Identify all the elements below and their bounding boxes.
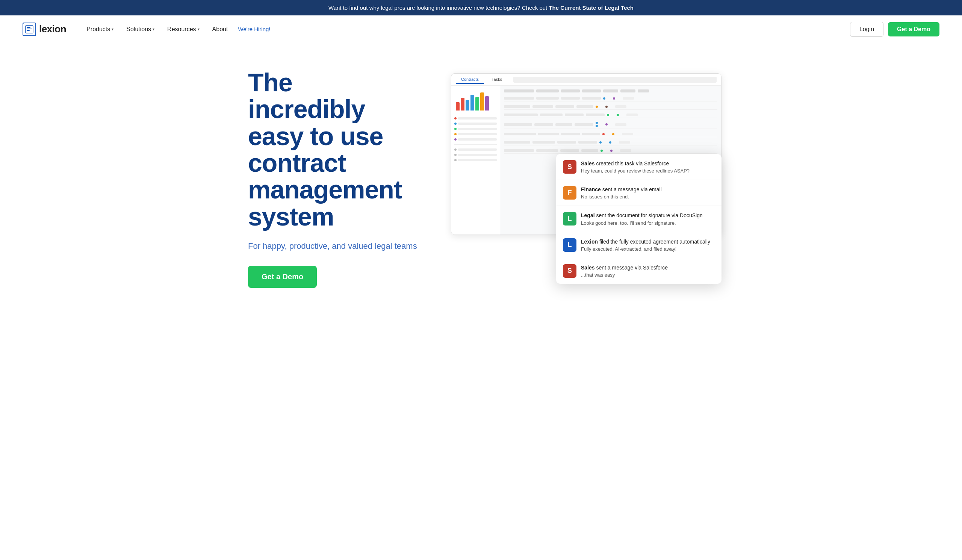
- solutions-chevron-icon: ▾: [153, 27, 155, 31]
- hero-demo-button[interactable]: Get a Demo: [248, 266, 317, 288]
- hero-text: The incredibly easy to use contract mana…: [248, 69, 421, 288]
- hero-heading: The incredibly easy to use contract mana…: [248, 69, 421, 230]
- db-row: [504, 104, 717, 110]
- db-row: [504, 148, 717, 154]
- db-header-row: [504, 89, 717, 92]
- hero-subheading: For happy, productive, and valued legal …: [248, 240, 421, 252]
- nav-demo-button[interactable]: Get a Demo: [888, 22, 939, 37]
- nav-actions: Login Get a Demo: [850, 22, 939, 37]
- notification-item: L Lexion filed the fully executed agreem…: [556, 232, 722, 258]
- banner-text: Want to find out why legal pros are look…: [328, 5, 549, 11]
- db-rows: [504, 95, 717, 154]
- notif-avatar: S: [563, 160, 576, 174]
- notif-content: Finance sent a message via email No issu…: [581, 186, 715, 200]
- notification-item: L Legal sent the document for signature …: [556, 206, 722, 232]
- banner-link[interactable]: The Current State of Legal Tech: [549, 5, 634, 11]
- nav-products[interactable]: Products ▾: [81, 23, 119, 36]
- db-tab-active: Contracts: [456, 76, 484, 84]
- logo[interactable]: lexion: [23, 23, 66, 36]
- sidebar-dot-item: [454, 116, 497, 120]
- notif-desc: Looks good here, too. I'll send for sign…: [581, 220, 715, 226]
- resources-chevron-icon: ▾: [198, 27, 200, 31]
- sidebar-dot-item: [454, 148, 497, 152]
- notif-title: Sales created this task via Salesforce: [581, 160, 715, 167]
- notif-avatar: L: [563, 212, 576, 226]
- svg-rect-1: [27, 27, 31, 28]
- nav-resources[interactable]: Resources ▾: [162, 23, 205, 36]
- sidebar-dot-item: [454, 158, 497, 162]
- db-row: [504, 131, 717, 137]
- notif-desc: ...that was easy: [581, 272, 715, 278]
- sidebar-dot-item: [454, 127, 497, 131]
- notif-content: Legal sent the document for signature vi…: [581, 212, 715, 226]
- sidebar-chart: [454, 89, 497, 112]
- db-searchbar: [513, 77, 717, 83]
- notif-content: Sales sent a message via Salesforce ...t…: [581, 264, 715, 278]
- hero-visual: Contracts Tasks: [436, 73, 722, 284]
- notification-item: F Finance sent a message via email No is…: [556, 180, 722, 206]
- sidebar-dot-item: [454, 137, 497, 141]
- svg-rect-3: [27, 30, 30, 31]
- nav-solutions[interactable]: Solutions ▾: [121, 23, 160, 36]
- notification-item: S Sales created this task via Salesforce…: [556, 154, 722, 180]
- sidebar-items: [454, 116, 497, 162]
- notif-desc: Fully executed, AI-extracted, and filed …: [581, 246, 715, 252]
- sidebar-dot-item: [454, 122, 497, 126]
- notif-content: Lexion filed the fully executed agreemen…: [581, 238, 715, 252]
- nav-links: Products ▾ Solutions ▾ Resources ▾ About…: [81, 23, 850, 36]
- notif-title: Lexion filed the fully executed agreemen…: [581, 238, 715, 245]
- login-button[interactable]: Login: [850, 22, 883, 37]
- db-row: [504, 139, 717, 145]
- db-row: [504, 95, 717, 102]
- db-row: [504, 112, 717, 118]
- notifications-panel: S Sales created this task via Salesforce…: [556, 154, 722, 284]
- navbar: lexion Products ▾ Solutions ▾ Resources …: [0, 15, 962, 43]
- svg-rect-2: [27, 29, 32, 29]
- nav-about[interactable]: About — We're Hiring!: [207, 23, 276, 36]
- db-sidebar: [451, 86, 500, 234]
- sidebar-dot-item: [454, 132, 497, 136]
- hero-section: The incredibly easy to use contract mana…: [218, 43, 744, 314]
- dashboard-topbar: Contracts Tasks: [451, 74, 721, 86]
- notif-content: Sales created this task via Salesforce H…: [581, 160, 715, 174]
- products-chevron-icon: ▾: [111, 27, 113, 31]
- hiring-badge: — We're Hiring!: [231, 26, 270, 32]
- notif-title: Legal sent the document for signature vi…: [581, 212, 715, 219]
- notification-item: S Sales sent a message via Salesforce ..…: [556, 258, 722, 284]
- sidebar-dot-item: [454, 153, 497, 157]
- db-tab-2: Tasks: [486, 76, 507, 84]
- notif-title: Finance sent a message via email: [581, 186, 715, 193]
- logo-icon: [23, 23, 36, 36]
- db-row: [504, 120, 717, 129]
- notif-desc: Hey team, could you review these redline…: [581, 168, 715, 174]
- notif-title: Sales sent a message via Salesforce: [581, 264, 715, 271]
- notif-avatar: L: [563, 238, 576, 252]
- notif-avatar: S: [563, 264, 576, 278]
- logo-text: lexion: [39, 23, 66, 35]
- top-banner: Want to find out why legal pros are look…: [0, 0, 962, 15]
- notif-avatar: F: [563, 186, 576, 200]
- notif-desc: No issues on this end.: [581, 194, 715, 200]
